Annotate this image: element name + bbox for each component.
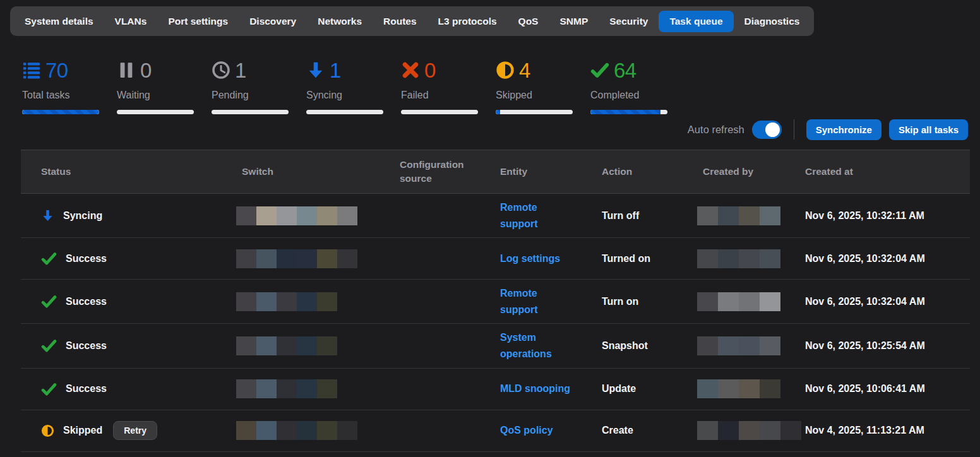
tab-routes[interactable]: Routes	[373, 11, 427, 32]
controls-divider	[794, 119, 794, 139]
task-stats-row: 70Total tasks0Waiting1Pending1Syncing0Fa…	[22, 59, 980, 114]
redacted-pixelated-text	[697, 249, 805, 268]
status-cell: Success	[21, 381, 242, 397]
list-icon	[22, 61, 41, 80]
auto-refresh-label: Auto refresh	[688, 124, 744, 136]
column-header-switch: Switch	[242, 165, 400, 179]
stat-value: 0	[140, 60, 152, 81]
stat-label: Failed	[401, 90, 478, 101]
retry-button[interactable]: Retry	[113, 421, 157, 440]
tab-port-settings[interactable]: Port settings	[157, 11, 239, 32]
created-by-cell	[703, 336, 805, 355]
arrow-down-icon	[41, 209, 54, 222]
check-icon	[41, 338, 57, 353]
redacted-pixelated-text	[697, 206, 805, 225]
entity-link[interactable]: MLD snooping	[500, 381, 570, 397]
stat-progress-bar	[496, 110, 573, 114]
stat-progress-bar	[306, 110, 383, 114]
redacted-pixelated-text	[697, 421, 805, 440]
created-by-cell	[703, 292, 805, 311]
action-cell: Create	[602, 425, 703, 436]
stat-label: Waiting	[117, 90, 194, 101]
stat-value: 1	[330, 60, 341, 81]
action-cell: Turned on	[602, 253, 703, 264]
stat-progress-bar	[22, 110, 99, 114]
entity-cell: Log settings	[500, 251, 602, 267]
switch-cell	[242, 206, 400, 225]
stat-completed: 64Completed	[590, 59, 667, 114]
settings-tab-bar: System detailsVLANsPort settingsDiscover…	[10, 6, 814, 36]
table-row: SkippedRetryQoS policyCreateNov 4, 2025,…	[21, 410, 970, 452]
entity-link[interactable]: Log settings	[500, 251, 560, 267]
entity-cell: Remote support	[500, 199, 602, 232]
auto-refresh-toggle[interactable]	[752, 121, 782, 139]
created-at-cell: Nov 6, 2025, 10:06:41 AM	[805, 383, 970, 395]
status-cell: SkippedRetry	[21, 421, 242, 440]
pause-icon	[117, 61, 136, 80]
tab-snmp[interactable]: SNMP	[549, 11, 599, 32]
entity-cell: Remote support	[500, 285, 602, 318]
redacted-pixelated-text	[236, 421, 400, 440]
check-icon	[590, 61, 609, 80]
created-by-cell	[703, 421, 805, 440]
synchronize-button[interactable]: Synchronize	[806, 119, 881, 140]
entity-link[interactable]: Remote support	[500, 199, 571, 232]
created-by-cell	[703, 379, 805, 398]
status-cell: Syncing	[21, 209, 242, 222]
tab-diagnostics[interactable]: Diagnostics	[734, 11, 811, 32]
tab-security[interactable]: Security	[599, 11, 659, 32]
tab-system-details[interactable]: System details	[14, 11, 104, 32]
created-at-cell: Nov 4, 2025, 11:13:21 AM	[805, 425, 970, 436]
created-at-cell: Nov 6, 2025, 10:25:54 AM	[805, 340, 970, 352]
stat-label: Total tasks	[22, 90, 99, 101]
entity-cell: MLD snooping	[500, 381, 602, 397]
entity-cell: System operations	[500, 329, 602, 362]
column-header-created-by: Created by	[703, 165, 805, 179]
entity-link[interactable]: QoS policy	[500, 422, 553, 439]
stat-failed: 0Failed	[401, 59, 478, 114]
table-row: SyncingRemote supportTurn offNov 6, 2025…	[21, 194, 970, 238]
table-body: SyncingRemote supportTurn offNov 6, 2025…	[21, 194, 970, 452]
stat-value: 4	[519, 60, 530, 81]
stat-syncing: 1Syncing	[306, 59, 383, 114]
check-icon	[41, 381, 57, 397]
column-header-action: Action	[602, 165, 703, 179]
half-circle-icon	[41, 424, 54, 437]
stat-label: Pending	[212, 90, 289, 101]
stat-label: Skipped	[496, 90, 573, 101]
stat-label: Syncing	[306, 90, 383, 101]
column-header-created-at: Created at	[805, 165, 970, 179]
x-icon	[401, 61, 420, 80]
column-header-entity: Entity	[500, 165, 602, 179]
table-row: SuccessRemote supportTurn onNov 6, 2025,…	[21, 280, 970, 324]
entity-link[interactable]: Remote support	[500, 285, 571, 318]
switch-cell	[242, 336, 400, 355]
tab-networks[interactable]: Networks	[307, 11, 373, 32]
tab-discovery[interactable]: Discovery	[239, 11, 307, 32]
status-label: Success	[66, 296, 107, 307]
stat-progress-bar	[117, 110, 194, 114]
tab-l3-protocols[interactable]: L3 protocols	[427, 11, 508, 32]
stat-pending: 1Pending	[212, 59, 289, 114]
table-controls: Auto refresh Synchronize Skip all tasks	[0, 117, 968, 142]
entity-link[interactable]: System operations	[500, 329, 571, 362]
entity-cell: QoS policy	[500, 422, 602, 439]
stat-value: 0	[424, 60, 436, 81]
clock-icon	[212, 61, 230, 80]
skip-all-tasks-button[interactable]: Skip all tasks	[889, 119, 968, 140]
tab-qos[interactable]: QoS	[508, 11, 549, 32]
created-by-cell	[703, 206, 805, 225]
redacted-pixelated-text	[697, 292, 805, 311]
status-label: Success	[66, 253, 107, 264]
tab-vlans[interactable]: VLANs	[104, 11, 158, 32]
status-label: Skipped	[63, 425, 102, 436]
action-cell: Snapshot	[602, 340, 703, 352]
switch-cell	[242, 379, 400, 398]
status-label: Syncing	[63, 210, 102, 222]
action-cell: Turn on	[602, 296, 703, 307]
stat-progress-bar	[401, 110, 478, 114]
tab-task-queue[interactable]: Task queue	[659, 11, 733, 32]
status-cell: Success	[21, 251, 242, 266]
stat-total-tasks: 70Total tasks	[22, 59, 99, 114]
switch-cell	[242, 292, 400, 311]
